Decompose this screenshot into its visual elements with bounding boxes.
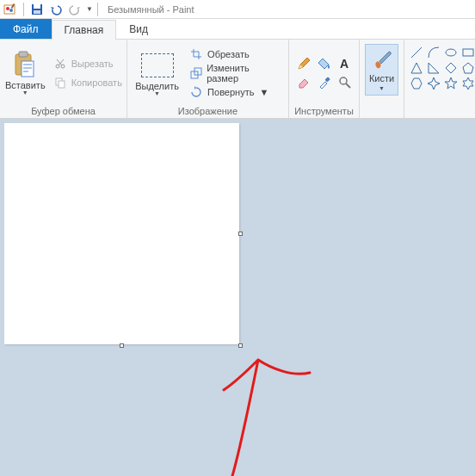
group-label-tools: Инструменты xyxy=(294,104,354,116)
paste-dropdown-icon: ▼ xyxy=(22,90,28,96)
svg-rect-9 xyxy=(22,61,34,77)
tab-view[interactable]: Вид xyxy=(116,19,161,39)
shape-line[interactable] xyxy=(410,46,423,59)
resize-icon xyxy=(188,65,203,81)
select-button[interactable]: Выделить ▼ xyxy=(133,42,182,104)
shape-star4[interactable] xyxy=(427,77,441,90)
app-icon xyxy=(3,2,18,17)
copy-icon xyxy=(52,75,68,90)
group-brushes: Кисти ▼ xyxy=(360,40,404,118)
shape-oval[interactable] xyxy=(444,46,458,59)
fill-tool[interactable] xyxy=(317,56,332,71)
select-dropdown-icon: ▼ xyxy=(154,91,160,96)
ribbon-tabs: Файл Главная Вид xyxy=(0,19,475,40)
group-image: Выделить ▼ Обрезать Изменить размер xyxy=(127,40,289,118)
undo-button[interactable] xyxy=(47,1,65,18)
magnifier-tool[interactable] xyxy=(337,75,353,90)
tab-home[interactable]: Главная xyxy=(52,20,117,40)
tab-file[interactable]: Файл xyxy=(0,19,52,39)
paste-button[interactable]: Вставить ▼ xyxy=(5,42,46,104)
group-label-image: Изображение xyxy=(133,104,283,116)
group-label-clipboard: Буфер обмена xyxy=(5,104,121,116)
svg-line-19 xyxy=(411,47,422,58)
group-clipboard: Вставить ▼ Вырезать Копировать Буфер xyxy=(0,40,127,118)
crop-icon xyxy=(188,46,204,62)
canvas[interactable] xyxy=(4,123,239,344)
title-bar: ▼ Безымянный - Paint xyxy=(0,0,475,19)
ribbon: Вставить ▼ Вырезать Копировать Буфер xyxy=(0,40,475,119)
cut-button[interactable]: Вырезать xyxy=(49,55,126,72)
text-tool[interactable]: A xyxy=(337,56,353,71)
copy-button[interactable]: Копировать xyxy=(49,74,126,91)
svg-rect-17 xyxy=(324,77,330,82)
save-button[interactable] xyxy=(28,1,46,18)
svg-rect-6 xyxy=(34,10,40,14)
window-title: Безымянный - Paint xyxy=(108,4,194,15)
pencil-tool[interactable] xyxy=(296,56,312,71)
svg-point-1 xyxy=(6,7,9,10)
qat-customize-dropdown[interactable]: ▼ xyxy=(86,5,93,13)
user-annotation-arrow xyxy=(198,343,336,476)
svg-point-2 xyxy=(9,9,13,12)
eyedropper-tool[interactable] xyxy=(317,75,332,90)
shape-diamond[interactable] xyxy=(444,61,458,75)
svg-text:A: A xyxy=(340,57,349,71)
resize-button[interactable]: Изменить размер xyxy=(185,65,283,82)
shape-right-triangle[interactable] xyxy=(427,61,441,75)
shape-pentagon[interactable] xyxy=(461,61,475,75)
brushes-dropdown-icon: ▼ xyxy=(379,85,385,91)
group-label-brushes xyxy=(365,104,398,116)
shape-triangle[interactable] xyxy=(410,61,423,75)
group-shapes xyxy=(404,40,475,118)
svg-point-20 xyxy=(446,49,456,56)
brushes-button[interactable]: Кисти ▼ xyxy=(365,44,398,96)
eraser-tool[interactable] xyxy=(296,75,312,90)
svg-rect-21 xyxy=(463,49,473,56)
resize-handle-bottom[interactable] xyxy=(120,343,124,348)
resize-handle-right[interactable] xyxy=(238,232,243,236)
shape-rect[interactable] xyxy=(461,46,475,59)
redo-button[interactable] xyxy=(66,1,83,18)
rotate-dropdown-icon: ▼ xyxy=(259,87,268,97)
svg-rect-8 xyxy=(19,52,28,57)
svg-rect-5 xyxy=(34,4,40,9)
svg-point-18 xyxy=(340,77,347,84)
group-tools: A Инструменты xyxy=(289,40,360,118)
shape-hexagon[interactable] xyxy=(410,77,423,90)
rotate-icon xyxy=(188,84,204,100)
scissors-icon xyxy=(52,56,68,71)
shape-curve[interactable] xyxy=(427,46,441,59)
crop-button[interactable]: Обрезать xyxy=(185,46,283,63)
select-rect-icon xyxy=(141,53,174,77)
quick-access-toolbar: ▼ xyxy=(21,1,101,18)
shape-star5[interactable] xyxy=(444,77,458,90)
workspace[interactable] xyxy=(0,119,475,476)
resize-handle-corner[interactable] xyxy=(238,343,243,348)
svg-rect-13 xyxy=(59,81,65,88)
shape-star6[interactable] xyxy=(461,77,475,90)
rotate-button[interactable]: Повернуть ▼ xyxy=(185,83,283,101)
